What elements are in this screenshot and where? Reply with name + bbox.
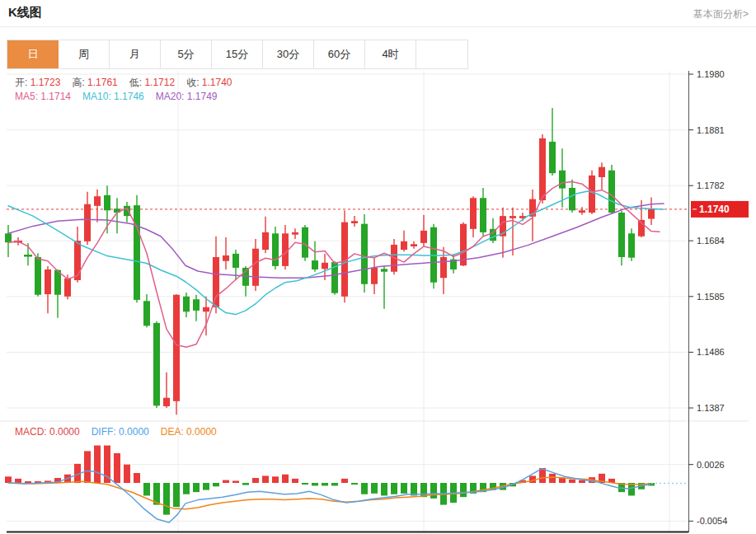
- macd-label: DEA:: [161, 426, 186, 438]
- ma-value: 1.1714: [40, 91, 71, 102]
- svg-text:1.1585: 1.1585: [697, 292, 725, 302]
- svg-text:1.1980: 1.1980: [697, 69, 725, 79]
- macd-value: 0.0000: [186, 426, 217, 438]
- ohlc-label: 开:: [15, 77, 31, 88]
- ma-label: MA5:: [15, 91, 40, 102]
- ohlc-label: 收:: [186, 77, 202, 88]
- macd-label: MACD:: [15, 426, 49, 438]
- svg-text:1.1881: 1.1881: [697, 125, 725, 135]
- ohlc-value: 1.1761: [87, 77, 118, 88]
- kline-page: K线图 基本面分析> 日周月5分15分30分60分4时 开: 1.1723高: …: [0, 0, 756, 534]
- svg-text:-0.0054: -0.0054: [697, 516, 727, 526]
- macd-item: DEA: 0.0000: [161, 426, 217, 438]
- macd-legend: MACD: 0.0000DIFF: 0.0000DEA: 0.0000: [15, 426, 228, 438]
- svg-text:0.0026: 0.0026: [697, 460, 725, 470]
- svg-text:1.1486: 1.1486: [697, 347, 725, 357]
- ma-label: MA10:: [82, 91, 114, 102]
- macd-value: 0.0000: [49, 426, 80, 438]
- ohlc-value: 1.1740: [202, 77, 232, 88]
- ma-value: 1.1749: [187, 91, 218, 102]
- price-axis-labels: 1.19801.18811.17821.16841.15851.14861.13…: [688, 69, 725, 413]
- ohlc-item: 开: 1.1723: [15, 77, 60, 88]
- ma-item: MA10: 1.1746: [82, 91, 144, 102]
- ohlc-value: 1.1712: [144, 77, 175, 88]
- svg-text:1.1782: 1.1782: [697, 180, 725, 190]
- ma-value: 1.1746: [114, 91, 144, 102]
- macd-value: 0.0000: [119, 426, 149, 438]
- ohlc-legend: 开: 1.1723高: 1.1761低: 1.1712收: 1.1740: [15, 76, 244, 90]
- last-price-tag: 1.1740: [691, 201, 749, 218]
- ma-item: MA20: 1.1749: [156, 91, 218, 102]
- svg-text:1.1387: 1.1387: [697, 403, 725, 413]
- last-price-tag-value: 1.1740: [699, 204, 730, 215]
- macd-bars-layer: [5, 446, 655, 515]
- ma-item: MA5: 1.1714: [15, 91, 71, 102]
- ma-label: MA20:: [156, 91, 187, 102]
- macd-item: MACD: 0.0000: [15, 426, 80, 438]
- ohlc-value: 1.1723: [31, 77, 61, 88]
- ohlc-item: 低: 1.1712: [129, 77, 175, 88]
- macd-axis-labels: 0.0026-0.0054: [688, 460, 727, 527]
- macd-item: DIFF: 0.0000: [92, 426, 149, 438]
- ohlc-item: 收: 1.1740: [186, 77, 232, 88]
- ohlc-label: 低:: [129, 77, 145, 88]
- macd-label: DIFF:: [92, 426, 119, 438]
- svg-text:1.1684: 1.1684: [697, 236, 725, 246]
- ohlc-label: 高:: [72, 77, 87, 88]
- ohlc-item: 高: 1.1761: [72, 77, 117, 88]
- candles-layer: [5, 108, 655, 415]
- ma-legend: MA5: 1.1714MA10: 1.1746MA20: 1.1749: [15, 91, 228, 102]
